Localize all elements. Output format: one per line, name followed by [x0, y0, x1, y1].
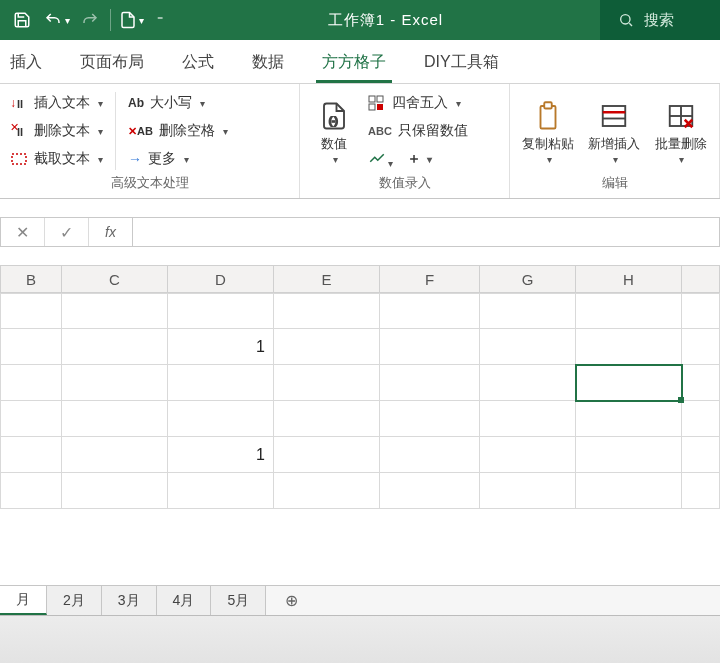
- cell[interactable]: [62, 437, 168, 473]
- cell[interactable]: [576, 473, 682, 509]
- undo-button[interactable]: ▾: [40, 4, 72, 36]
- tab-formulas[interactable]: 公式: [176, 42, 220, 83]
- cell[interactable]: [682, 365, 720, 401]
- delete-space-button[interactable]: ✕AB 删除空格▾: [126, 118, 230, 144]
- cell[interactable]: [168, 365, 274, 401]
- cut-text-button[interactable]: 截取文本▾: [8, 146, 105, 172]
- cell[interactable]: [380, 329, 480, 365]
- cell[interactable]: [0, 329, 62, 365]
- confirm-formula-button[interactable]: ✓: [45, 218, 89, 246]
- sheet-tab[interactable]: 月: [0, 586, 47, 615]
- redo-button[interactable]: [74, 4, 106, 36]
- keep-number-button[interactable]: ABC 只保留数值: [366, 118, 470, 144]
- save-button[interactable]: [6, 4, 38, 36]
- case-button[interactable]: Ab 大小写▾: [126, 90, 230, 116]
- cell[interactable]: [682, 401, 720, 437]
- cell[interactable]: [62, 293, 168, 329]
- col-header-H[interactable]: H: [576, 265, 682, 293]
- add-button[interactable]: ＋ ▾: [407, 150, 432, 168]
- insert-text-button[interactable]: ↓II 插入文本▾: [8, 90, 105, 116]
- cell[interactable]: [0, 293, 62, 329]
- tab-ffgz[interactable]: 方方格子: [316, 42, 392, 83]
- cell[interactable]: [0, 365, 62, 401]
- spreadsheet-grid[interactable]: B C D E F G H 1 1: [0, 265, 720, 509]
- cell[interactable]: [480, 473, 576, 509]
- cell[interactable]: [274, 365, 380, 401]
- cell[interactable]: [380, 365, 480, 401]
- cell[interactable]: [274, 401, 380, 437]
- cell[interactable]: [682, 473, 720, 509]
- qat-customize-button[interactable]: ⁼: [149, 4, 171, 36]
- delete-text-button[interactable]: ✕II 删除文本▾: [8, 118, 105, 144]
- col-header-edge[interactable]: [682, 265, 720, 293]
- cell[interactable]: [168, 401, 274, 437]
- cell[interactable]: [480, 365, 576, 401]
- cell[interactable]: [274, 329, 380, 365]
- tab-data[interactable]: 数据: [246, 42, 290, 83]
- cell[interactable]: [380, 293, 480, 329]
- round-button[interactable]: 四舍五入▾: [366, 90, 470, 116]
- col-header-F[interactable]: F: [380, 265, 480, 293]
- cell[interactable]: [168, 293, 274, 329]
- cell[interactable]: [62, 365, 168, 401]
- cell[interactable]: [480, 293, 576, 329]
- cell[interactable]: [380, 401, 480, 437]
- cancel-formula-button[interactable]: ✕: [1, 218, 45, 246]
- cell[interactable]: [480, 401, 576, 437]
- save-as-button[interactable]: ▾: [115, 4, 147, 36]
- col-header-D[interactable]: D: [168, 265, 274, 293]
- col-header-B[interactable]: B: [0, 265, 62, 293]
- batch-delete-button[interactable]: 批量删除 ▾: [655, 90, 707, 172]
- cmd-label: 删除空格: [159, 122, 215, 140]
- cell[interactable]: [480, 437, 576, 473]
- cell[interactable]: [576, 293, 682, 329]
- cell[interactable]: [576, 329, 682, 365]
- col-header-E[interactable]: E: [274, 265, 380, 293]
- col-header-G[interactable]: G: [480, 265, 576, 293]
- tab-insert[interactable]: 插入: [4, 42, 48, 83]
- add-sheet-button[interactable]: ⊕: [266, 586, 316, 615]
- sheet-tab[interactable]: 3月: [102, 586, 157, 615]
- cell[interactable]: [0, 473, 62, 509]
- fx-label[interactable]: fx: [89, 218, 133, 246]
- ribbon: ↓II 插入文本▾ ✕II 删除文本▾ 截取文本▾ Ab 大小写▾: [0, 84, 720, 199]
- formula-input[interactable]: [133, 218, 719, 246]
- cmd-label: 批量删除: [655, 136, 707, 151]
- svg-text:↓: ↓: [10, 96, 16, 110]
- cell[interactable]: [682, 293, 720, 329]
- search-box[interactable]: 搜索: [600, 0, 720, 40]
- cell[interactable]: [274, 473, 380, 509]
- sheet-tab[interactable]: 2月: [47, 586, 102, 615]
- col-header-C[interactable]: C: [62, 265, 168, 293]
- number-button[interactable]: (-) 数值▾: [308, 90, 360, 172]
- cell[interactable]: 1: [168, 329, 274, 365]
- cell[interactable]: [0, 401, 62, 437]
- cell[interactable]: [0, 437, 62, 473]
- cell[interactable]: [274, 437, 380, 473]
- copy-paste-button[interactable]: 复制粘贴 ▾: [522, 90, 574, 172]
- sheet-tab[interactable]: 5月: [211, 586, 266, 615]
- more-button[interactable]: → 更多▾: [126, 146, 230, 172]
- cell[interactable]: [62, 401, 168, 437]
- cell[interactable]: [576, 401, 682, 437]
- format-painter-button[interactable]: ▾: [368, 149, 393, 170]
- cell[interactable]: [62, 329, 168, 365]
- tab-page-layout[interactable]: 页面布局: [74, 42, 150, 83]
- cell[interactable]: [380, 437, 480, 473]
- row: 1: [0, 437, 720, 473]
- insert-new-button[interactable]: 新增插入 ▾: [588, 90, 640, 172]
- tab-diy-toolbox[interactable]: DIY工具箱: [418, 42, 505, 83]
- cell[interactable]: [682, 437, 720, 473]
- cmd-label: 大小写: [150, 94, 192, 112]
- cell[interactable]: [576, 437, 682, 473]
- cell[interactable]: [62, 473, 168, 509]
- cell[interactable]: [274, 293, 380, 329]
- cell[interactable]: 1: [168, 437, 274, 473]
- cell[interactable]: [168, 473, 274, 509]
- selected-cell[interactable]: [576, 365, 682, 401]
- cmd-label: 复制粘贴: [522, 136, 574, 151]
- sheet-tab[interactable]: 4月: [157, 586, 212, 615]
- cell[interactable]: [480, 329, 576, 365]
- cell[interactable]: [682, 329, 720, 365]
- cell[interactable]: [380, 473, 480, 509]
